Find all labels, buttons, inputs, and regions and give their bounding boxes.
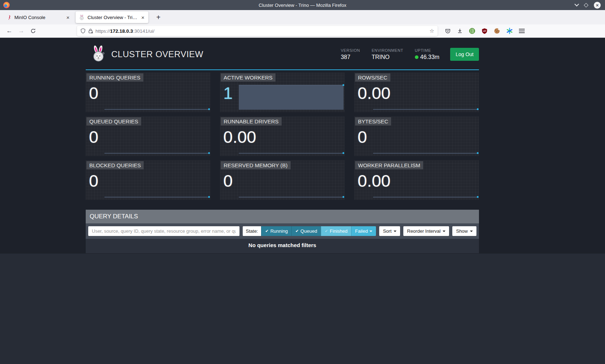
sparkline — [104, 109, 209, 110]
sparkline — [373, 153, 478, 154]
tile-blocked-queries: BLOCKED QUERIES 0 — [86, 160, 210, 200]
privacy-badger-icon[interactable] — [469, 28, 475, 34]
state-queued-button[interactable]: ✔ Queued — [291, 226, 321, 236]
tile-worker-parallelism: WORKER PARALLELISM 0.00 — [354, 160, 479, 200]
tab-minio-console[interactable]: MinIO Console × — [3, 12, 73, 23]
tab-bar: MinIO Console × Cluster Overview - Trino… — [0, 10, 605, 24]
query-search-input[interactable] — [88, 226, 239, 236]
sparkline — [104, 153, 209, 154]
flamingo-icon — [6, 15, 12, 20]
url-host: 172.18.0.3 — [110, 28, 133, 34]
chevron-down-icon — [470, 231, 473, 232]
url-path: :30141/ui/ — [133, 28, 154, 34]
query-details-section: QUERY DETAILS State: ✔ Running ✔ Queued — [86, 210, 479, 253]
tab-cluster-overview[interactable]: Cluster Overview - Trino × — [76, 12, 148, 23]
tile-value: 0.00 — [358, 171, 390, 191]
sort-dropdown[interactable]: Sort — [379, 226, 400, 236]
state-running-button[interactable]: ✔ Running — [261, 226, 291, 236]
state-finished-button[interactable]: ✔ Finished — [321, 226, 351, 236]
version-label: VERSION — [341, 48, 360, 53]
tile-queued-queries: QUEUED QUERIES 0 — [86, 117, 210, 156]
tile-label: ROWS/SEC — [355, 73, 390, 82]
reorder-interval-dropdown[interactable]: Reorder Interval — [403, 226, 449, 236]
tile-value: 0 — [89, 127, 98, 147]
state-failed-dropdown[interactable]: Failed — [351, 226, 376, 236]
tile-value: 0.00 — [223, 127, 256, 147]
tile-label: RESERVED MEMORY (B) — [221, 161, 291, 169]
uptime-label: UPTIME — [415, 48, 439, 53]
svg-text:uO: uO — [483, 30, 486, 32]
sparkline — [239, 153, 344, 154]
trino-bunny-logo-icon — [91, 45, 106, 64]
page-viewport: CLUSTER OVERVIEW VERSION 387 ENVIRONMENT… — [0, 38, 605, 364]
sparkline — [373, 109, 478, 110]
tracking-shield-icon[interactable] — [80, 28, 86, 34]
app-header: CLUSTER OVERVIEW VERSION 387 ENVIRONMENT… — [86, 38, 479, 70]
show-dropdown[interactable]: Show — [452, 226, 476, 236]
firefox-icon — [3, 2, 10, 8]
close-icon[interactable]: × — [140, 14, 145, 21]
bunny-icon — [79, 14, 85, 20]
uptime-stat: UPTIME 46.33m — [415, 48, 439, 60]
cookie-icon[interactable] — [494, 28, 500, 34]
tile-value: 0 — [358, 127, 367, 147]
tile-value: 0 — [89, 83, 98, 103]
window-close-icon[interactable]: × — [594, 2, 601, 9]
reload-icon[interactable] — [28, 26, 38, 36]
sparkline — [239, 197, 344, 197]
url-bar[interactable]: https://172.18.0.3:30141/ui/ ☆ — [77, 26, 438, 36]
logout-button[interactable]: Log Out — [450, 48, 479, 61]
empty-message: No queries matched filters — [248, 242, 316, 248]
url-protocol: https:// — [95, 28, 110, 34]
tab-title: Cluster Overview - Trino — [88, 15, 138, 20]
sparkline — [104, 197, 209, 197]
tile-label: RUNNABLE DRIVERS — [221, 117, 282, 126]
sparkline — [239, 85, 344, 110]
tile-value: 0.00 — [358, 83, 390, 103]
version-value: 387 — [341, 54, 360, 60]
state-filter-group: State: ✔ Running ✔ Queued ✔ Finished — [243, 226, 376, 236]
check-icon: ✔ — [325, 229, 328, 233]
environment-stat: ENVIRONMENT TRINO — [372, 48, 403, 60]
state-filter-label: State: — [243, 226, 261, 236]
close-icon[interactable]: × — [66, 14, 70, 21]
download-icon[interactable] — [457, 28, 463, 34]
tile-label: BYTES/SEC — [355, 117, 391, 126]
tile-bytes-sec: BYTES/SEC 0 — [354, 117, 479, 156]
tile-label: WORKER PARALLELISM — [355, 161, 423, 169]
bookmark-star-icon[interactable]: ☆ — [430, 28, 434, 34]
environment-value: TRINO — [372, 54, 403, 60]
query-list-empty-state: No queries matched filters — [86, 239, 479, 253]
chevron-down-icon — [369, 231, 372, 232]
check-icon: ✔ — [265, 229, 268, 233]
ublock-origin-icon[interactable]: uO — [481, 28, 488, 34]
chevron-down-icon — [443, 231, 445, 232]
tab-title: MinIO Console — [14, 15, 63, 20]
tile-label: RUNNING QUERIES — [86, 73, 143, 82]
tile-label: BLOCKED QUERIES — [86, 161, 144, 169]
back-icon[interactable]: ← — [4, 26, 14, 36]
chevron-down-icon — [394, 231, 396, 232]
pocket-icon[interactable] — [445, 28, 451, 34]
query-details-title: QUERY DETAILS — [86, 210, 479, 223]
tile-label: QUEUED QUERIES — [86, 117, 141, 126]
window-maximize-diamond-icon[interactable] — [584, 3, 588, 8]
tile-label: ACTIVE WORKERS — [221, 73, 275, 82]
tile-rows-sec: ROWS/SEC 0.00 — [354, 73, 479, 112]
window-minimize-chevron-icon[interactable] — [574, 2, 579, 6]
sparkline — [373, 197, 478, 197]
lock-warning-icon[interactable] — [88, 28, 93, 34]
menu-icon[interactable] — [519, 28, 525, 33]
status-dot-icon — [415, 55, 418, 59]
query-filter-toolbar: State: ✔ Running ✔ Queued ✔ Finished — [86, 223, 479, 239]
forward-icon[interactable]: → — [16, 26, 26, 36]
check-icon: ✔ — [295, 229, 299, 233]
page-title: CLUSTER OVERVIEW — [111, 49, 203, 59]
tile-value: 0 — [89, 171, 98, 191]
tile-running-queries: RUNNING QUERIES 0 — [86, 73, 210, 112]
uptime-value: 46.33m — [420, 54, 439, 60]
asterisk-extension-icon[interactable] — [506, 28, 513, 34]
new-tab-button[interactable]: + — [153, 13, 163, 22]
tile-active-workers: ACTIVE WORKERS 1 — [220, 73, 345, 112]
metric-tiles-grid: RUNNING QUERIES 0 ACTIVE WORKERS 1 ROWS/… — [86, 73, 479, 200]
